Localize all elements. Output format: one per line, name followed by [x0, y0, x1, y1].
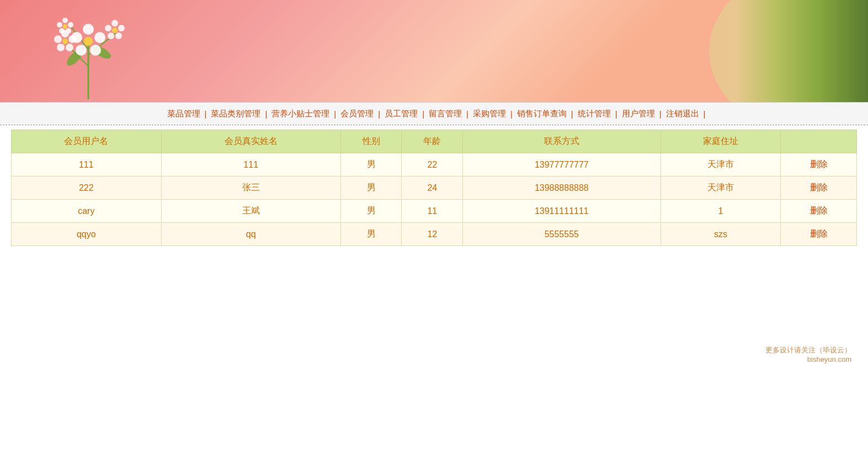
cell-username: 222: [12, 177, 162, 200]
svg-point-21: [108, 33, 114, 39]
member-table-container: 会员用户名 会员真实姓名 性别 年龄 联系方式 家庭住址 111111男2213…: [0, 130, 868, 246]
svg-point-27: [59, 28, 65, 34]
nav-item-user-mgmt[interactable]: 用户管理: [617, 109, 659, 119]
delete-button[interactable]: 删除: [810, 159, 828, 169]
cell-realname: 王斌: [161, 200, 340, 223]
cell-gender: 男: [340, 153, 402, 177]
col-header-username: 会员用户名: [12, 130, 162, 153]
banner: [0, 0, 868, 102]
footer-line2: bisheyun.com: [17, 355, 851, 363]
cell-age: 11: [402, 200, 463, 223]
cell-realname: qq: [161, 223, 340, 246]
table-header-row: 会员用户名 会员真实姓名 性别 年龄 联系方式 家庭住址: [12, 130, 857, 153]
footer: 更多设计请关注（毕设云） bisheyun.com: [0, 334, 868, 375]
cell-username: 111: [12, 153, 162, 177]
footer-line1: 更多设计请关注（毕设云）: [17, 345, 851, 355]
nav-item-logout[interactable]: 注销退出: [662, 109, 704, 119]
table-row: qqyoqq男125555555szs删除: [12, 223, 857, 246]
col-header-contact: 联系方式: [463, 130, 661, 153]
cell-gender: 男: [340, 223, 402, 246]
svg-point-7: [94, 32, 105, 43]
cell-address: 1: [661, 200, 781, 223]
svg-point-24: [62, 18, 68, 23]
svg-point-19: [118, 25, 125, 31]
cell-username: cary: [12, 200, 162, 223]
delete-button[interactable]: 删除: [810, 183, 828, 192]
cell-action: 删除: [781, 177, 857, 200]
cell-action: 删除: [781, 223, 857, 246]
svg-point-28: [57, 22, 62, 28]
cell-contact: 13988888888: [463, 177, 661, 200]
col-header-address: 家庭住址: [661, 130, 781, 153]
cell-contact: 5555555: [463, 223, 661, 246]
nav-item-order-query[interactable]: 销售订单查询: [513, 109, 571, 119]
svg-point-17: [62, 39, 68, 44]
cell-contact: 13977777777: [463, 153, 661, 177]
nav-item-nutrition-mgmt[interactable]: 营养小贴士管理: [267, 109, 334, 119]
svg-point-29: [63, 24, 67, 29]
svg-point-8: [90, 45, 101, 56]
svg-point-20: [115, 33, 122, 39]
navbar: 菜品管理| 菜品类别管理| 营养小贴士管理 | 会员管理| 员工管理| 留言管理…: [0, 102, 868, 125]
banner-flowers: [33, 11, 199, 99]
svg-point-9: [76, 45, 87, 56]
svg-point-26: [66, 28, 71, 34]
cell-action: 删除: [781, 153, 857, 177]
svg-point-14: [66, 44, 73, 51]
nav-item-menu-mgmt[interactable]: 菜品管理: [163, 109, 205, 119]
col-header-realname: 会员真实姓名: [161, 130, 340, 153]
cell-realname: 111: [161, 153, 340, 177]
cell-contact: 13911111111: [463, 200, 661, 223]
svg-point-25: [68, 22, 73, 28]
cell-age: 22: [402, 153, 463, 177]
nav-item-member-mgmt[interactable]: 会员管理: [336, 109, 378, 119]
delete-button[interactable]: 删除: [810, 229, 828, 238]
svg-point-23: [112, 28, 118, 33]
table-row: cary王斌男11139111111111删除: [12, 200, 857, 223]
footer-link[interactable]: bisheyun.com: [807, 355, 851, 363]
svg-point-11: [84, 37, 93, 46]
table-row: 222张三男2413988888888天津市删除: [12, 177, 857, 200]
col-header-age: 年龄: [402, 130, 463, 153]
cell-address: 天津市: [661, 153, 781, 177]
cell-realname: 张三: [161, 177, 340, 200]
svg-point-13: [68, 35, 76, 43]
col-header-gender: 性别: [340, 130, 402, 153]
cell-gender: 男: [340, 200, 402, 223]
banner-vegetables: [603, 0, 868, 102]
nav-item-category-mgmt[interactable]: 菜品类别管理: [206, 109, 265, 119]
col-header-action: [781, 130, 857, 153]
nav-item-staff-mgmt[interactable]: 员工管理: [380, 109, 422, 119]
svg-point-22: [105, 25, 111, 31]
nav-item-stats-mgmt[interactable]: 统计管理: [573, 109, 615, 119]
cell-age: 12: [402, 223, 463, 246]
cell-address: 天津市: [661, 177, 781, 200]
cell-age: 24: [402, 177, 463, 200]
svg-point-6: [83, 24, 94, 35]
nav-item-purchase-mgmt[interactable]: 采购管理: [468, 109, 510, 119]
svg-point-15: [57, 44, 65, 51]
cell-address: szs: [661, 223, 781, 246]
table-row: 111111男2213977777777天津市删除: [12, 153, 857, 177]
svg-point-16: [54, 35, 62, 43]
member-table: 会员用户名 会员真实姓名 性别 年龄 联系方式 家庭住址 111111男2213…: [11, 130, 857, 246]
svg-point-18: [111, 20, 118, 26]
cell-gender: 男: [340, 177, 402, 200]
delete-button[interactable]: 删除: [810, 206, 828, 215]
nav-item-message-mgmt[interactable]: 留言管理: [424, 109, 466, 119]
cell-username: qqyo: [12, 223, 162, 246]
cell-action: 删除: [781, 200, 857, 223]
